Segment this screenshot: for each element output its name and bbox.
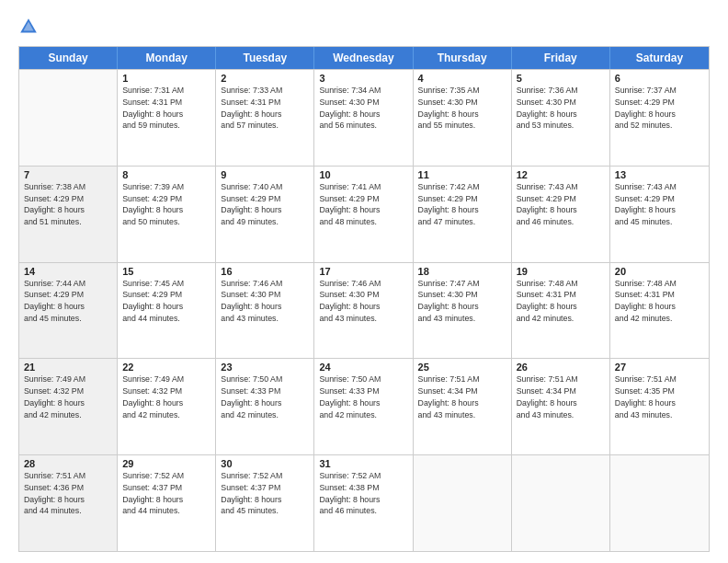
- calendar-row: 1Sunrise: 7:31 AM Sunset: 4:31 PM Daylig…: [19, 69, 709, 166]
- day-info: Sunrise: 7:35 AM Sunset: 4:30 PM Dayligh…: [418, 85, 506, 132]
- day-number: 11: [418, 169, 506, 180]
- day-info: Sunrise: 7:51 AM Sunset: 4:36 PM Dayligh…: [24, 470, 112, 517]
- day-info: Sunrise: 7:49 AM Sunset: 4:32 PM Dayligh…: [24, 373, 112, 420]
- calendar-cell: 11Sunrise: 7:42 AM Sunset: 4:29 PM Dayli…: [414, 167, 512, 262]
- calendar-cell: 23Sunrise: 7:50 AM Sunset: 4:33 PM Dayli…: [216, 359, 314, 454]
- calendar-cell: 5Sunrise: 7:36 AM Sunset: 4:30 PM Daylig…: [512, 70, 610, 166]
- day-number: 28: [24, 458, 112, 469]
- calendar-cell: 12Sunrise: 7:43 AM Sunset: 4:29 PM Dayli…: [512, 167, 610, 262]
- calendar-header: SundayMondayTuesdayWednesdayThursdayFrid…: [19, 47, 709, 69]
- calendar: SundayMondayTuesdayWednesdayThursdayFrid…: [18, 46, 710, 552]
- day-number: 2: [221, 73, 309, 84]
- day-info: Sunrise: 7:43 AM Sunset: 4:29 PM Dayligh…: [615, 181, 704, 228]
- day-info: Sunrise: 7:48 AM Sunset: 4:31 PM Dayligh…: [517, 278, 605, 325]
- calendar-cell: 28Sunrise: 7:51 AM Sunset: 4:36 PM Dayli…: [19, 455, 118, 551]
- day-info: Sunrise: 7:51 AM Sunset: 4:34 PM Dayligh…: [517, 373, 605, 420]
- day-number: 21: [24, 362, 112, 373]
- day-info: Sunrise: 7:42 AM Sunset: 4:29 PM Dayligh…: [418, 181, 506, 228]
- calendar-cell: 19Sunrise: 7:48 AM Sunset: 4:31 PM Dayli…: [512, 263, 610, 359]
- day-number: 22: [122, 362, 210, 373]
- day-info: Sunrise: 7:41 AM Sunset: 4:29 PM Dayligh…: [319, 181, 407, 228]
- day-number: 26: [517, 362, 605, 373]
- cal-header-day: Sunday: [19, 47, 118, 69]
- day-number: 20: [615, 266, 704, 277]
- day-number: 4: [418, 73, 506, 84]
- calendar-row: 28Sunrise: 7:51 AM Sunset: 4:36 PM Dayli…: [19, 454, 709, 551]
- day-info: Sunrise: 7:39 AM Sunset: 4:29 PM Dayligh…: [122, 181, 210, 228]
- day-info: Sunrise: 7:34 AM Sunset: 4:30 PM Dayligh…: [319, 85, 407, 132]
- day-info: Sunrise: 7:40 AM Sunset: 4:29 PM Dayligh…: [221, 181, 309, 228]
- calendar-cell: 4Sunrise: 7:35 AM Sunset: 4:30 PM Daylig…: [414, 70, 512, 166]
- day-info: Sunrise: 7:52 AM Sunset: 4:38 PM Dayligh…: [319, 470, 407, 517]
- day-number: 29: [122, 458, 210, 469]
- day-number: 31: [319, 458, 407, 469]
- day-number: 12: [517, 169, 605, 180]
- day-info: Sunrise: 7:36 AM Sunset: 4:30 PM Dayligh…: [517, 85, 605, 132]
- calendar-cell: [512, 455, 610, 551]
- day-info: Sunrise: 7:37 AM Sunset: 4:29 PM Dayligh…: [615, 85, 704, 132]
- calendar-row: 21Sunrise: 7:49 AM Sunset: 4:32 PM Dayli…: [19, 358, 709, 454]
- calendar-cell: 31Sunrise: 7:52 AM Sunset: 4:38 PM Dayli…: [314, 455, 413, 551]
- day-number: 8: [122, 169, 210, 180]
- logo-icon: [18, 17, 39, 37]
- calendar-cell: 6Sunrise: 7:37 AM Sunset: 4:29 PM Daylig…: [610, 70, 709, 166]
- day-info: Sunrise: 7:50 AM Sunset: 4:33 PM Dayligh…: [221, 373, 309, 420]
- day-number: 9: [221, 169, 309, 180]
- cal-header-day: Friday: [512, 47, 610, 69]
- day-number: 6: [615, 73, 704, 84]
- day-number: 17: [319, 266, 407, 277]
- day-number: 15: [122, 266, 210, 277]
- calendar-cell: 14Sunrise: 7:44 AM Sunset: 4:29 PM Dayli…: [19, 263, 118, 359]
- day-number: 25: [418, 362, 506, 373]
- day-number: 18: [418, 266, 506, 277]
- calendar-cell: 30Sunrise: 7:52 AM Sunset: 4:37 PM Dayli…: [216, 455, 314, 551]
- calendar-cell: 21Sunrise: 7:49 AM Sunset: 4:32 PM Dayli…: [19, 359, 118, 454]
- calendar-cell: 24Sunrise: 7:50 AM Sunset: 4:33 PM Dayli…: [314, 359, 413, 454]
- calendar-cell: [610, 455, 709, 551]
- day-info: Sunrise: 7:31 AM Sunset: 4:31 PM Dayligh…: [122, 85, 210, 132]
- calendar-row: 7Sunrise: 7:38 AM Sunset: 4:29 PM Daylig…: [19, 166, 709, 262]
- calendar-cell: 16Sunrise: 7:46 AM Sunset: 4:30 PM Dayli…: [216, 263, 314, 359]
- calendar-body: 1Sunrise: 7:31 AM Sunset: 4:31 PM Daylig…: [19, 69, 709, 551]
- day-info: Sunrise: 7:38 AM Sunset: 4:29 PM Dayligh…: [24, 181, 112, 228]
- day-info: Sunrise: 7:48 AM Sunset: 4:31 PM Dayligh…: [615, 278, 704, 325]
- calendar-cell: 1Sunrise: 7:31 AM Sunset: 4:31 PM Daylig…: [118, 70, 216, 166]
- day-info: Sunrise: 7:50 AM Sunset: 4:33 PM Dayligh…: [319, 373, 407, 420]
- day-number: 14: [24, 266, 112, 277]
- day-info: Sunrise: 7:44 AM Sunset: 4:29 PM Dayligh…: [24, 278, 112, 325]
- calendar-cell: 26Sunrise: 7:51 AM Sunset: 4:34 PM Dayli…: [512, 359, 610, 454]
- calendar-cell: 7Sunrise: 7:38 AM Sunset: 4:29 PM Daylig…: [19, 167, 118, 262]
- calendar-row: 14Sunrise: 7:44 AM Sunset: 4:29 PM Dayli…: [19, 262, 709, 359]
- calendar-cell: 22Sunrise: 7:49 AM Sunset: 4:32 PM Dayli…: [118, 359, 216, 454]
- calendar-cell: [19, 70, 118, 166]
- page: SundayMondayTuesdayWednesdayThursdayFrid…: [0, 0, 728, 563]
- day-number: 30: [221, 458, 309, 469]
- day-number: 27: [615, 362, 704, 373]
- day-info: Sunrise: 7:47 AM Sunset: 4:30 PM Dayligh…: [418, 278, 506, 325]
- cal-header-day: Thursday: [414, 47, 512, 69]
- calendar-cell: 2Sunrise: 7:33 AM Sunset: 4:31 PM Daylig…: [216, 70, 314, 166]
- day-info: Sunrise: 7:43 AM Sunset: 4:29 PM Dayligh…: [517, 181, 605, 228]
- header: [18, 17, 710, 37]
- day-number: 19: [517, 266, 605, 277]
- day-number: 16: [221, 266, 309, 277]
- calendar-cell: 20Sunrise: 7:48 AM Sunset: 4:31 PM Dayli…: [610, 263, 709, 359]
- day-info: Sunrise: 7:46 AM Sunset: 4:30 PM Dayligh…: [319, 278, 407, 325]
- cal-header-day: Saturday: [610, 47, 709, 69]
- calendar-cell: 3Sunrise: 7:34 AM Sunset: 4:30 PM Daylig…: [314, 70, 413, 166]
- day-info: Sunrise: 7:51 AM Sunset: 4:34 PM Dayligh…: [418, 373, 506, 420]
- calendar-cell: 8Sunrise: 7:39 AM Sunset: 4:29 PM Daylig…: [118, 167, 216, 262]
- day-number: 10: [319, 169, 407, 180]
- calendar-cell: 13Sunrise: 7:43 AM Sunset: 4:29 PM Dayli…: [610, 167, 709, 262]
- day-info: Sunrise: 7:33 AM Sunset: 4:31 PM Dayligh…: [221, 85, 309, 132]
- day-number: 13: [615, 169, 704, 180]
- calendar-cell: 25Sunrise: 7:51 AM Sunset: 4:34 PM Dayli…: [414, 359, 512, 454]
- cal-header-day: Tuesday: [216, 47, 314, 69]
- day-info: Sunrise: 7:46 AM Sunset: 4:30 PM Dayligh…: [221, 278, 309, 325]
- day-number: 3: [319, 73, 407, 84]
- cal-header-day: Monday: [118, 47, 216, 69]
- day-number: 24: [319, 362, 407, 373]
- day-info: Sunrise: 7:51 AM Sunset: 4:35 PM Dayligh…: [615, 373, 704, 420]
- calendar-cell: 18Sunrise: 7:47 AM Sunset: 4:30 PM Dayli…: [414, 263, 512, 359]
- logo: [18, 17, 40, 37]
